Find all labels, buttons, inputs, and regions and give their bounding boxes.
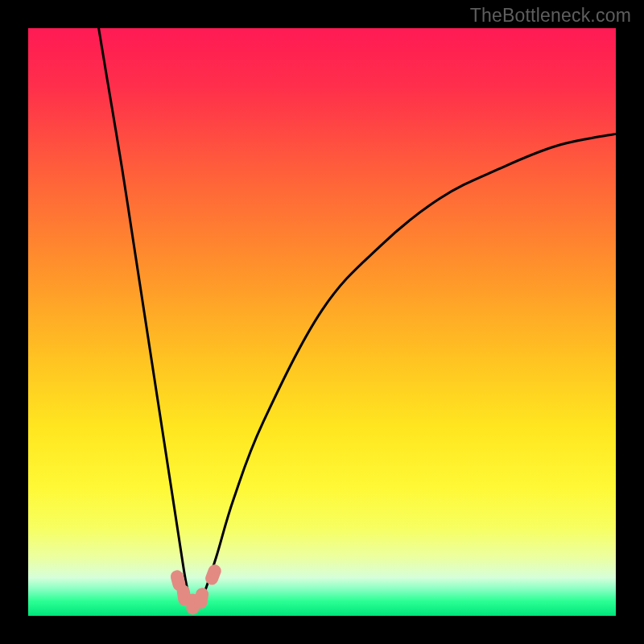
curve-layer bbox=[28, 28, 616, 616]
bottleneck-curve bbox=[99, 28, 616, 606]
markers-group bbox=[169, 563, 223, 615]
plot-area bbox=[28, 28, 616, 616]
chart-frame: TheBottleneck.com bbox=[0, 0, 644, 644]
watermark-text: TheBottleneck.com bbox=[470, 5, 631, 27]
marker bbox=[204, 563, 223, 587]
marker bbox=[193, 587, 209, 609]
